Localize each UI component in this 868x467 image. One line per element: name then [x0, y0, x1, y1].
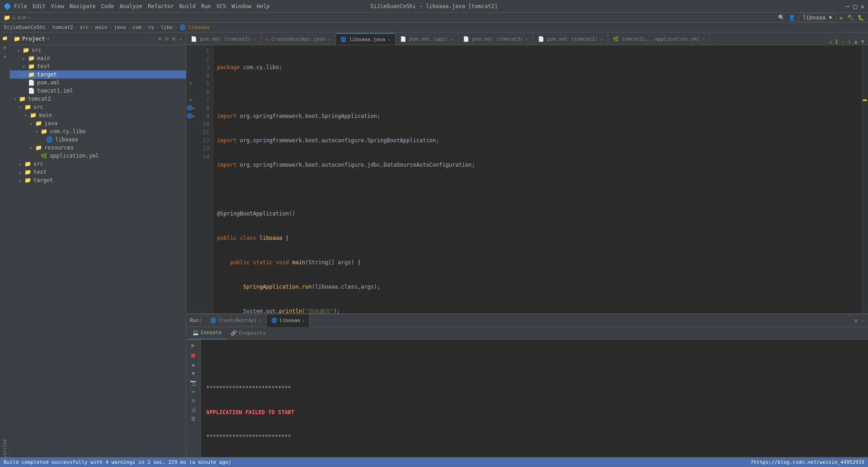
toolbar-search-icon[interactable]: 🔍 — [778, 14, 785, 21]
menu-help[interactable]: Help — [257, 3, 270, 9]
scroll-up-icon[interactable]: ▲ — [854, 38, 858, 45]
tree-item-resources[interactable]: ▾📁resources — [10, 144, 186, 152]
run-panel-header-left: Run: 🌀CreateRestApi✕ 🌀liboaaa✕ — [190, 314, 310, 327]
sidebar-structure-icon[interactable]: ⊞ — [3, 45, 6, 50]
breadcrumb-tomcat2[interactable]: tomcat2 — [52, 24, 73, 30]
console-output[interactable]: ************************** APPLICATION F… — [201, 340, 868, 467]
run-settings2-icon[interactable]: ⚙ — [192, 397, 195, 404]
menu-run[interactable]: Run — [201, 3, 211, 9]
tab-pom-api[interactable]: 📄pom.xml (api)✕ — [396, 33, 458, 45]
gutter-line-7: ⊙ — [189, 96, 192, 104]
toolbar-sync-icon[interactable]: ↻ — [12, 14, 15, 21]
tab-pom-tomcat3[interactable]: 📄pom.xml (tomcat3)✕ — [458, 33, 533, 45]
toolbar-run-button[interactable]: ▶ — [840, 14, 844, 21]
tree-item-tomcat1iml[interactable]: 📄tomcat1.iml — [10, 87, 186, 95]
menu-refactor[interactable]: Refactor — [148, 3, 174, 9]
menu-vcs[interactable]: VCS — [217, 3, 226, 9]
tree-item-comcylibo[interactable]: ▾📁com.cy.libo — [10, 127, 186, 135]
breadcrumb-liboaaa[interactable]: 🌀 liboaaa — [179, 24, 210, 30]
tab-application-yml[interactable]: 🌿tomcat2\...application.yml✕ — [608, 33, 710, 45]
scroll-down-icon[interactable]: ▼ — [861, 38, 864, 45]
tree-item-src3[interactable]: ▸📁src — [10, 160, 186, 168]
run-stop-icon[interactable]: ■ — [191, 351, 195, 359]
tree-item-java1[interactable]: ▾📁java — [10, 119, 186, 127]
breadcrumb-cy[interactable]: cy — [148, 24, 154, 30]
tree-item-main1[interactable]: ▸📁main — [10, 54, 186, 62]
menu-file[interactable]: File — [14, 3, 27, 9]
run-down-icon[interactable]: ▼ — [192, 370, 195, 377]
tree-item-main2[interactable]: ▾📁main — [10, 111, 186, 119]
menu-edit[interactable]: Edit — [33, 3, 46, 9]
run-diff-icon[interactable]: ⇌ — [192, 388, 195, 395]
sub-tab-endpoints[interactable]: 🔗Endpoints — [226, 327, 270, 340]
toolbar-config-icon[interactable]: ⚙ — [17, 14, 20, 21]
code-line-6 — [217, 185, 858, 193]
menu-navigate[interactable]: Navigate — [70, 3, 96, 9]
run-label: Run: — [190, 318, 202, 323]
breadcrumb-sep-4: › — [109, 24, 112, 30]
tab-liboaaa[interactable]: 🌀liboaaa.java✕ — [336, 33, 396, 45]
run-up-icon[interactable]: ▲ — [192, 361, 195, 368]
tree-item-pomxml1[interactable]: 📄pom.xml — [10, 79, 186, 87]
run-trash-icon[interactable]: 🗑 — [191, 416, 196, 422]
breadcrumb-project[interactable]: SijieDuanCeShi — [4, 24, 46, 30]
sidebar-bookmark-icon[interactable]: ★ — [3, 54, 6, 59]
maximize-button[interactable]: □ — [853, 3, 857, 10]
menu-code[interactable]: Code — [101, 3, 114, 9]
run-tab-createrestapi[interactable]: 🌀CreateRestApi✕ — [206, 314, 267, 327]
menu-analyze[interactable]: Analyze — [119, 3, 142, 9]
run-collapse-icon[interactable]: − — [861, 318, 864, 324]
breadcrumb-libo[interactable]: libo — [160, 24, 173, 30]
panel-collapse-icon[interactable]: ⊟ — [165, 36, 168, 42]
right-scrollbar[interactable] — [862, 45, 868, 313]
breadcrumb-java[interactable]: java — [114, 24, 126, 30]
run-play-icon[interactable]: ▶ — [191, 341, 195, 349]
editor-run-container: 📄pom.xml (tomcat2)✕ ☕CreateRestApi.java✕… — [186, 33, 868, 467]
run-tab-liboaaa[interactable]: 🌀liboaaa✕ — [267, 314, 310, 327]
close-button[interactable]: ✕ — [861, 3, 864, 10]
menu-window[interactable]: Window — [231, 3, 251, 9]
toolbar-run-config[interactable]: liboaaa ▼ — [799, 13, 836, 22]
breadcrumb-src[interactable]: src — [80, 24, 89, 30]
tab-createrestapi[interactable]: ☕CreateRestApi.java✕ — [261, 33, 336, 45]
breadcrumb-main[interactable]: main — [95, 24, 108, 30]
warning-marker — [863, 99, 867, 101]
toolbar-debug-button[interactable]: 🐛 — [858, 14, 864, 21]
tree-item-target2[interactable]: ▸📁target — [10, 176, 186, 184]
code-line-4: import org.springframework.boot.autoconf… — [217, 136, 858, 145]
menu-build[interactable]: Build — [179, 3, 196, 9]
panel-minus-icon[interactable]: − — [179, 36, 182, 42]
toolbar-minus-icon[interactable]: − — [28, 14, 31, 21]
tree-item-target1[interactable]: ▸📁target — [10, 70, 186, 79]
minimize-button[interactable]: ─ — [846, 3, 849, 10]
breadcrumb-com[interactable]: com — [132, 24, 142, 30]
tree-item-test1[interactable]: ▸📁test — [10, 62, 186, 70]
toolbar-user-icon[interactable]: 👤 — [788, 14, 795, 21]
project-panel-header: 📁Project▾ ⊕ ⊟ ⚙ − — [10, 33, 186, 45]
panel-settings-icon[interactable]: ⚙ — [172, 36, 175, 42]
run-settings-icon[interactable]: ⚙ — [854, 318, 858, 324]
main-layout: 📁 ⊞ ★ Favorites 📁Project▾ ⊕ ⊟ ⚙ − ▾📁src — [0, 33, 868, 467]
code-content[interactable]: package com.cy.libo; import org.springfr… — [213, 45, 862, 313]
sub-tab-console[interactable]: 💻Console — [188, 327, 226, 340]
tab-pom-tomcat1[interactable]: 📄pom.xml (tomcat1)✕ — [533, 33, 609, 45]
tree-item-applicationyml[interactable]: 🌿application.yml — [10, 152, 186, 160]
run-print-icon[interactable]: 🖨 — [191, 406, 196, 413]
tree-item-src1[interactable]: ▾📁src — [10, 46, 186, 54]
run-camera-icon[interactable]: 📷 — [190, 379, 197, 386]
panel-locate-icon[interactable]: ⊕ — [158, 36, 161, 42]
close-liboaaa[interactable]: ✕ — [302, 318, 305, 323]
tab-pom-tomcat2[interactable]: 📄pom.xml (tomcat2)✕ — [186, 33, 261, 45]
sidebar-project-icon[interactable]: 📁 — [2, 36, 7, 42]
code-line-7: @SpringBootApplication() — [217, 210, 858, 218]
tree-item-src2[interactable]: ▾📁src — [10, 103, 186, 111]
title-bar: 🔷 File Edit View Navigate Code Analyze R… — [0, 0, 868, 13]
toolbar-build-button[interactable]: 🔨 — [847, 14, 854, 21]
tree-item-test2[interactable]: ▸📁test — [10, 168, 186, 176]
tree-item-tomcat2[interactable]: ▾📁tomcat2 — [10, 95, 186, 103]
breadcrumb-sep-8: › — [175, 24, 178, 30]
close-createrestapi[interactable]: ✕ — [259, 318, 262, 323]
toolbar-collapse-icon[interactable]: ⊟ — [22, 14, 25, 21]
tree-item-liboaaa[interactable]: 🌀liboaaa — [10, 135, 186, 144]
menu-view[interactable]: View — [51, 3, 64, 9]
